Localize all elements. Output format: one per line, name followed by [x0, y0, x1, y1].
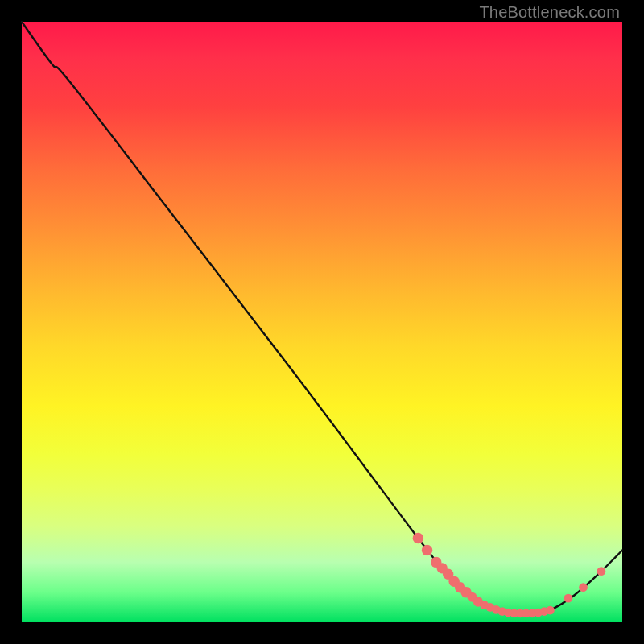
curve-marker	[413, 533, 423, 543]
curve-svg	[22, 22, 622, 622]
curve-marker	[564, 594, 572, 603]
curve-markers	[413, 533, 606, 617]
plot-area	[22, 22, 622, 622]
curve-marker	[422, 545, 432, 555]
watermark-text: TheBottleneck.com	[479, 3, 620, 22]
curve-marker	[546, 606, 555, 615]
chart-stage: TheBottleneck.com	[0, 0, 644, 644]
curve-marker	[597, 567, 606, 576]
bottleneck-curve	[22, 22, 622, 614]
curve-marker	[579, 583, 588, 592]
